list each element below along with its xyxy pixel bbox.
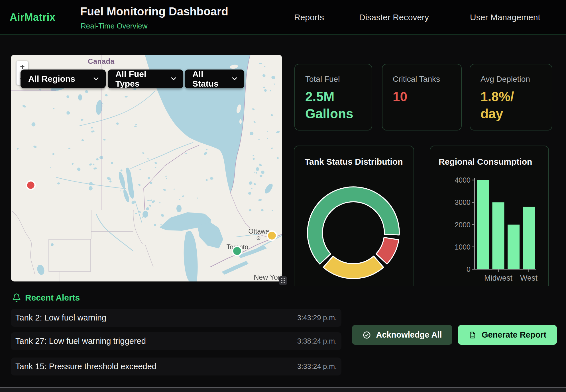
tank-status-donut-chart xyxy=(294,146,415,286)
svg-text:3000: 3000 xyxy=(455,198,471,206)
svg-text:4000: 4000 xyxy=(455,176,471,184)
stat-label: Critical Tanks xyxy=(393,75,440,84)
fuel-type-filter-dropdown[interactable]: All Fuel Types xyxy=(108,70,183,88)
svg-text:0: 0 xyxy=(467,265,471,273)
svg-text:West: West xyxy=(520,274,538,282)
tank-marker-normal[interactable] xyxy=(233,246,242,256)
stat-value: 2.5MGallons xyxy=(305,88,353,122)
alert-row[interactable]: Tank 15: Pressure threshold exceeded 3:3… xyxy=(11,358,341,375)
alert-timestamp: 3:33:24 p.m. xyxy=(297,362,337,371)
basemap: Canada Ottawa Toronto New York xyxy=(11,55,282,281)
status-filter-value: All Status xyxy=(192,69,225,89)
region-filter-dropdown[interactable]: All Regions xyxy=(21,70,106,88)
fuel-monitoring-dashboard: AirMatrix Fuel Monitoring Dashboard Real… xyxy=(0,0,566,392)
stat-card-avg-depletion: Avg Depletion 1.8%/day xyxy=(470,64,552,130)
acknowledge-all-label: Acknowledge All xyxy=(376,330,442,340)
alert-row[interactable]: Tank 2: Low fuel warning 3:43:29 p.m. xyxy=(11,309,341,327)
tank-status-distribution-card: Tank Status Distribution xyxy=(294,146,414,286)
alert-text: Tank 2: Low fuel warning xyxy=(15,313,106,322)
grip-dots-icon xyxy=(279,276,287,285)
stat-card-critical-tanks: Critical Tanks 10 xyxy=(382,64,462,130)
svg-text:Midwest: Midwest xyxy=(484,274,513,282)
alert-text: Tank 15: Pressure threshold exceeded xyxy=(15,362,156,371)
regional-consumption-bar-chart: 01000200030004000MidwestWest xyxy=(430,146,549,286)
fuel-type-filter-value: All Fuel Types xyxy=(115,69,164,89)
footer-strip xyxy=(0,388,566,392)
svg-text:2000: 2000 xyxy=(455,221,471,229)
alert-row[interactable]: Tank 27: Low fuel warning triggered 3:38… xyxy=(11,332,341,350)
stat-value: 10 xyxy=(393,88,407,105)
stat-card-total-fuel: Total Fuel 2.5MGallons xyxy=(294,64,372,130)
check-circle-icon xyxy=(363,331,371,339)
dashboard-section: Canada Ottawa Toronto New York + − All R… xyxy=(0,0,566,286)
fuel-tank-map[interactable]: Canada Ottawa Toronto New York + − All R… xyxy=(11,55,282,281)
alert-timestamp: 3:38:24 p.m. xyxy=(297,337,337,345)
map-label-canada: Canada xyxy=(88,57,115,65)
alerts-title: Recent Alerts xyxy=(25,293,80,303)
generate-report-label: Generate Report xyxy=(482,330,546,340)
stat-label: Total Fuel xyxy=(305,75,340,84)
tank-marker-warning[interactable] xyxy=(267,231,276,240)
generate-report-button[interactable]: Generate Report xyxy=(458,325,557,345)
map-label-new-york: New York xyxy=(254,273,282,281)
regional-consumption-card: Regional Consumption 01000200030004000Mi… xyxy=(430,146,549,286)
file-text-icon xyxy=(469,331,477,339)
acknowledge-all-button[interactable]: Acknowledge All xyxy=(352,325,452,345)
status-filter-dropdown[interactable]: All Status xyxy=(185,70,244,88)
tank-marker-critical[interactable] xyxy=(27,181,35,189)
alert-text: Tank 27: Low fuel warning triggered xyxy=(15,336,146,346)
chevron-down-icon xyxy=(164,77,176,81)
chevron-down-icon xyxy=(86,77,99,81)
alert-timestamp: 3:43:29 p.m. xyxy=(297,314,337,322)
region-filter-value: All Regions xyxy=(28,74,75,84)
chevron-down-icon xyxy=(225,77,237,81)
svg-text:1000: 1000 xyxy=(455,243,471,251)
map-label-ottawa: Ottawa xyxy=(249,228,269,235)
bell-icon xyxy=(12,293,21,302)
stat-label: Avg Depletion xyxy=(481,75,530,84)
stat-value: 1.8%/day xyxy=(481,88,514,122)
alerts-header: Recent Alerts xyxy=(12,293,80,303)
map-resize-handle[interactable] xyxy=(279,276,287,285)
